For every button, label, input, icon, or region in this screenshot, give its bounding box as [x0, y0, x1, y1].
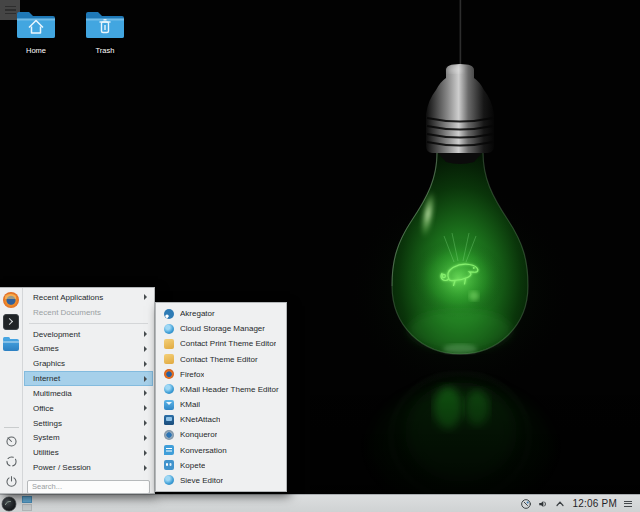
submenu-item-konqueror[interactable]: Konqueror: [156, 427, 286, 442]
virtual-desktop-2[interactable]: [22, 504, 32, 511]
submenu-item-label: Cloud Storage Manager: [180, 324, 265, 333]
lock-button[interactable]: [4, 434, 18, 448]
submenu-item-label: KMail: [180, 400, 200, 409]
contact-print-icon: [164, 339, 174, 349]
submenu-arrow-icon: [144, 390, 147, 396]
firefox-favorite-icon[interactable]: [3, 292, 19, 308]
submenu-item-kmail[interactable]: KMail: [156, 397, 286, 412]
menu-item-system[interactable]: System: [24, 430, 153, 445]
menu-item-label: Office: [33, 404, 141, 413]
menu-item-label: Utilities: [33, 448, 141, 457]
menu-item-internet[interactable]: Internet: [24, 371, 153, 386]
menu-item-label: Games: [33, 344, 141, 353]
submenu-item-label: Contact Print Theme Editor: [180, 339, 276, 348]
contact-theme-icon: [164, 354, 174, 364]
shutdown-button[interactable]: [4, 474, 18, 488]
konsole-favorite-icon[interactable]: [3, 314, 19, 330]
menu-item-development[interactable]: Development: [24, 327, 153, 342]
taskbar: 12:06 PM: [0, 494, 640, 512]
menu-item-label: Internet: [33, 374, 141, 383]
submenu-item-label: Konversation: [180, 446, 227, 455]
menu-item-label: Graphics: [33, 359, 141, 368]
submenu-arrow-icon: [144, 420, 147, 426]
menu-item-label: System: [33, 433, 141, 442]
konversation-icon: [164, 445, 174, 455]
menu-item-settings[interactable]: Settings: [24, 416, 153, 431]
submenu-arrow-icon: [144, 435, 147, 441]
menu-item-recent-documents[interactable]: Recent Documents: [24, 305, 153, 320]
desktop-icon-label: Home: [12, 46, 60, 55]
menu-search: [27, 475, 150, 489]
submenu-arrow-icon: [144, 450, 147, 456]
menu-separator: [29, 323, 148, 324]
submenu-item-firefox[interactable]: Firefox: [156, 367, 286, 382]
dolphin-favorite-icon[interactable]: [3, 339, 19, 351]
restart-button[interactable]: [4, 454, 18, 468]
desktop-icon-home[interactable]: Home: [12, 7, 60, 55]
menu-item-utilities[interactable]: Utilities: [24, 445, 153, 460]
submenu-arrow-icon: [144, 361, 147, 367]
submenu-item-label: Contact Theme Editor: [180, 355, 258, 364]
menu-item-label: Settings: [33, 419, 141, 428]
menu-item-label: Recent Documents: [33, 308, 147, 317]
desktop-icon-trash[interactable]: Trash: [81, 7, 129, 55]
submenu-arrow-icon: [144, 405, 147, 411]
cloud-icon: [164, 324, 174, 334]
firefox-icon: [164, 369, 174, 379]
clipboard-icon[interactable]: [520, 498, 532, 510]
submenu-item-konversation[interactable]: Konversation: [156, 443, 286, 458]
submenu-item-sieve-editor[interactable]: Sieve Editor: [156, 473, 286, 488]
application-menu: Recent ApplicationsRecent DocumentsDevel…: [0, 287, 155, 494]
submenu-arrow-icon: [144, 346, 147, 352]
submenu-item-kmail-header-theme-editor[interactable]: KMail Header Theme Editor: [156, 382, 286, 397]
trash-folder-icon: [83, 27, 127, 44]
submenu-item-knetattach[interactable]: KNetAttach: [156, 412, 286, 427]
sieve-icon: [164, 475, 174, 485]
menu-item-office[interactable]: Office: [24, 401, 153, 416]
digital-clock[interactable]: 12:06 PM: [571, 498, 619, 509]
home-folder-icon: [14, 27, 58, 44]
knetattach-icon: [164, 415, 174, 425]
bulb-wire: [460, 0, 462, 72]
submenu-item-label: Konqueror: [180, 430, 217, 439]
caret-up-icon[interactable]: [554, 498, 566, 510]
volume-icon[interactable]: [537, 498, 549, 510]
desktop-icon-label: Trash: [81, 46, 129, 55]
internet-submenu: AkregatorCloud Storage ManagerContact Pr…: [155, 302, 287, 492]
menu-item-label: Multimedia: [33, 389, 141, 398]
virtual-desktop-1[interactable]: [22, 496, 32, 503]
panel-toolbox-button[interactable]: [624, 498, 636, 510]
submenu-item-label: Sieve Editor: [180, 476, 223, 485]
menu-item-recent-applications[interactable]: Recent Applications: [24, 290, 153, 305]
kopete-icon: [164, 460, 174, 470]
application-launcher-button[interactable]: [1, 496, 17, 512]
system-tray: 12:06 PM: [520, 498, 640, 510]
submenu-arrow-icon: [144, 376, 147, 382]
strip-separator: [4, 427, 19, 428]
menu-item-label: Development: [33, 330, 141, 339]
submenu-item-akregator[interactable]: Akregator: [156, 306, 286, 321]
kmail-theme-icon: [164, 384, 174, 394]
submenu-arrow-icon: [144, 294, 147, 300]
menu-item-graphics[interactable]: Graphics: [24, 356, 153, 371]
menu-item-label: Power / Session: [33, 463, 141, 472]
submenu-item-label: Akregator: [180, 309, 215, 318]
submenu-item-contact-theme-editor[interactable]: Contact Theme Editor: [156, 352, 286, 367]
menu-favorites-strip: [0, 288, 23, 493]
submenu-item-label: KMail Header Theme Editor: [180, 385, 279, 394]
menu-search-input[interactable]: [27, 480, 150, 494]
menu-item-multimedia[interactable]: Multimedia: [24, 386, 153, 401]
virtual-desktop-pager: [22, 496, 32, 511]
submenu-item-contact-print-theme-editor[interactable]: Contact Print Theme Editor: [156, 336, 286, 351]
hamburger-icon: [624, 501, 632, 502]
menu-item-power-session[interactable]: Power / Session: [24, 460, 153, 475]
menu-item-games[interactable]: Games: [24, 341, 153, 356]
submenu-arrow-icon: [144, 331, 147, 337]
submenu-item-kopete[interactable]: Kopete: [156, 458, 286, 473]
konqueror-icon: [164, 430, 174, 440]
submenu-item-label: Firefox: [180, 370, 204, 379]
submenu-item-label: KNetAttach: [180, 415, 220, 424]
kmail-icon: [164, 400, 174, 410]
desktop: Home Trash Recent ApplicationsRecent Doc…: [0, 0, 640, 512]
submenu-item-cloud-storage-manager[interactable]: Cloud Storage Manager: [156, 321, 286, 336]
